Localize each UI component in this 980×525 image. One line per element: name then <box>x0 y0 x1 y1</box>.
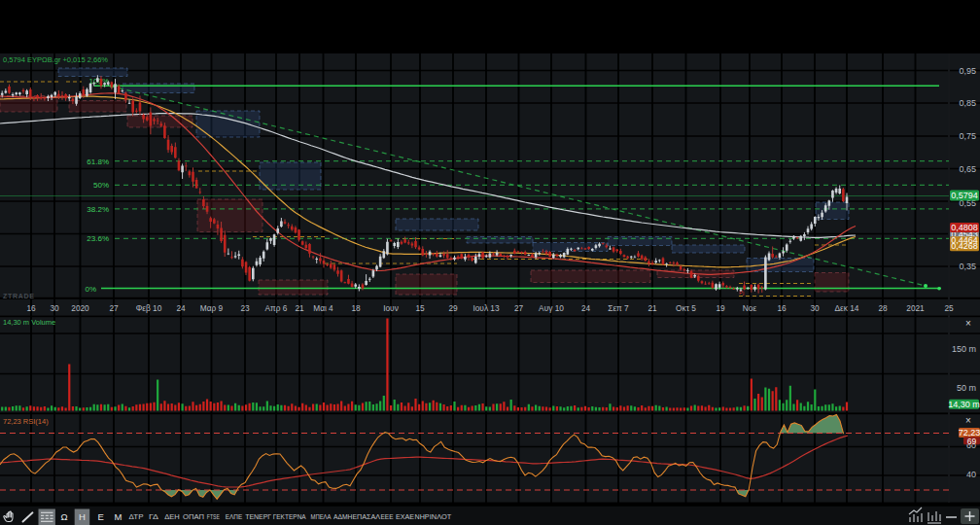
svg-text:38.2%: 38.2% <box>87 205 109 214</box>
svg-text:Μαρ 9: Μαρ 9 <box>200 303 224 313</box>
svg-text:Σεπ 7: Σεπ 7 <box>608 303 629 313</box>
svg-text:19: 19 <box>716 303 725 313</box>
svg-text:ΕΛΠΕ: ΕΛΠΕ <box>226 512 243 521</box>
svg-text:ΓΕΚΤΕΡΝΑ: ΓΕΚΤΕΡΝΑ <box>273 512 306 521</box>
svg-text:14,30 m: 14,30 m <box>948 400 980 409</box>
svg-text:23.6%: 23.6% <box>87 234 109 243</box>
svg-text:2021: 2021 <box>906 303 925 313</box>
svg-text:Αυγ 10: Αυγ 10 <box>539 303 564 313</box>
svg-text:Δεκ 14: Δεκ 14 <box>835 303 859 313</box>
svg-text:Μ: Μ <box>115 511 122 522</box>
svg-text:Φεβ 10: Φεβ 10 <box>136 303 162 313</box>
svg-text:ΑΔΜΗΕ: ΑΔΜΗΕ <box>333 512 357 521</box>
svg-text:0,85: 0,85 <box>959 98 976 108</box>
svg-text:Απρ 6: Απρ 6 <box>265 303 288 313</box>
svg-text:ΜΠΕΛΑ: ΜΠΕΛΑ <box>311 512 332 521</box>
svg-text:0,5794 ΕΥΡΩΒ.gr +0,015 2,66%: 0,5794 ΕΥΡΩΒ.gr +0,015 2,66% <box>3 55 108 64</box>
svg-text:0,95: 0,95 <box>959 66 976 76</box>
svg-text:ZTRADE: ZTRADE <box>3 293 35 299</box>
svg-text:0%: 0% <box>85 285 96 294</box>
svg-text:Ε: Ε <box>98 511 104 522</box>
svg-text:16: 16 <box>26 303 36 313</box>
svg-text:ΕΧΑΕ: ΕΧΑΕ <box>396 512 414 521</box>
svg-text:23: 23 <box>240 303 250 313</box>
svg-text:27: 27 <box>109 303 119 313</box>
svg-text:Ιουν: Ιουν <box>383 303 399 313</box>
svg-text:Οκτ 5: Οκτ 5 <box>676 303 696 313</box>
svg-text:29: 29 <box>448 303 458 313</box>
svg-text:FTSE: FTSE <box>207 512 220 521</box>
svg-text:0,4808: 0,4808 <box>951 223 978 232</box>
svg-text:Ιουλ 13: Ιουλ 13 <box>472 303 500 313</box>
svg-text:0,5794: 0,5794 <box>951 191 978 200</box>
svg-text:Η: Η <box>79 511 86 522</box>
svg-text:61.8%: 61.8% <box>87 158 109 166</box>
svg-text:30: 30 <box>810 303 820 313</box>
svg-text:40: 40 <box>966 470 976 479</box>
svg-text:Νοε: Νοε <box>743 303 757 313</box>
svg-text:×: × <box>965 318 971 329</box>
svg-text:25: 25 <box>944 303 954 313</box>
svg-text:ΔΕΗ: ΔΕΗ <box>164 512 180 521</box>
svg-text:×: × <box>965 415 971 426</box>
svg-text:0,65: 0,65 <box>959 164 976 174</box>
svg-text:ΙΝΛΟΤ: ΙΝΛΟΤ <box>430 512 452 521</box>
svg-text:69: 69 <box>967 437 977 446</box>
svg-text:0,75: 0,75 <box>959 131 976 141</box>
svg-text:21: 21 <box>295 303 304 313</box>
svg-text:0,35: 0,35 <box>959 262 976 271</box>
svg-text:150 m: 150 m <box>952 344 976 354</box>
svg-text:ΕΕΕ: ΕΕΕ <box>381 512 394 521</box>
svg-text:15: 15 <box>415 303 425 313</box>
svg-text:ΔΤΡ: ΔΤΡ <box>129 512 144 521</box>
svg-text:24: 24 <box>176 303 186 313</box>
svg-text:0,4268: 0,4268 <box>951 241 978 251</box>
svg-text:Μαι 4: Μαι 4 <box>313 303 333 313</box>
svg-text:2020: 2020 <box>71 303 89 313</box>
svg-text:14,30 m Volume: 14,30 m Volume <box>3 318 55 327</box>
svg-text:21: 21 <box>648 303 657 313</box>
svg-text:18: 18 <box>351 303 361 313</box>
svg-text:ΓΔ: ΓΔ <box>149 512 158 521</box>
svg-text:ΝΗΡ: ΝΗΡ <box>415 512 430 521</box>
svg-text:50 m: 50 m <box>957 383 976 393</box>
svg-text:30: 30 <box>50 303 59 313</box>
svg-text:16: 16 <box>777 303 787 313</box>
svg-text:24: 24 <box>581 303 591 313</box>
svg-text:ΟΠΑΠ: ΟΠΑΠ <box>183 512 204 521</box>
svg-text:ΤΕΝΕΡΓ: ΤΕΝΕΡΓ <box>245 512 271 521</box>
svg-text:27: 27 <box>514 303 524 313</box>
svg-text:50%: 50% <box>93 181 109 190</box>
svg-text:ΠΑΣΑΛ: ΠΑΣΑΛ <box>357 512 380 521</box>
svg-text:Ω: Ω <box>60 511 67 522</box>
svg-text:100%: 100% <box>89 77 109 86</box>
svg-text:72,23 RSI(14): 72,23 RSI(14) <box>3 417 49 426</box>
svg-text:28: 28 <box>878 303 888 313</box>
